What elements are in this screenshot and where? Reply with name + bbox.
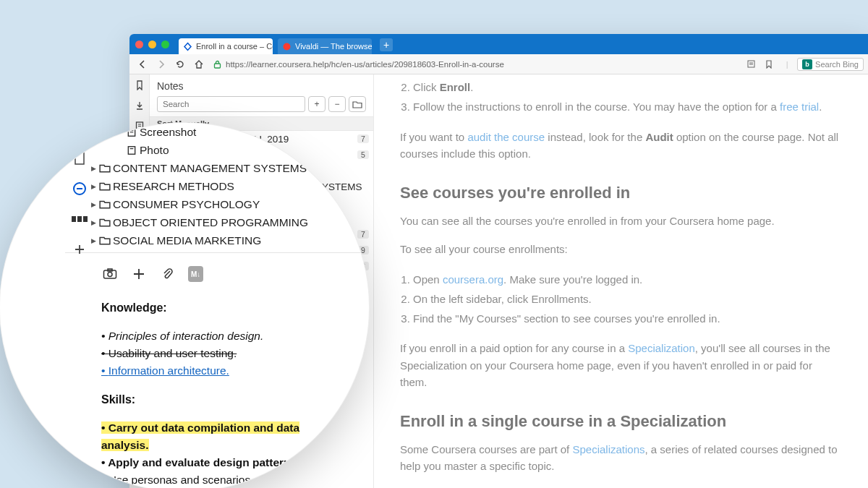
svg-rect-17: [83, 216, 88, 222]
add-note-button[interactable]: +: [308, 96, 326, 112]
notes-search-input[interactable]: [157, 96, 305, 112]
magnifier-overlay: Screenshot Photo ▶ CONTENT MANAGEMENT SY…: [0, 123, 369, 488]
svg-rect-13: [75, 153, 84, 164]
title-bar: Enroll in a course – Course Vivaldi — Th…: [129, 34, 868, 54]
search-placeholder: Search Bing: [815, 60, 859, 69]
article-content: Click Enroll. Follow the instructions to…: [374, 74, 868, 488]
note-line: • Information architecture.: [101, 362, 347, 380]
tab-label: Enroll in a course – Course: [196, 42, 273, 51]
bookmark-addr-icon[interactable]: [761, 57, 777, 72]
svg-point-26: [108, 273, 112, 277]
specializations-link[interactable]: Specializations: [572, 443, 644, 455]
svg-point-0: [284, 43, 291, 50]
lock-icon: [213, 60, 221, 69]
knowledge-heading: Knowledge:: [101, 299, 347, 317]
folder-icon: [99, 218, 111, 228]
svg-rect-1: [215, 64, 221, 68]
audit-link[interactable]: audit the course: [467, 131, 545, 143]
address-bar: https://learner.coursera.help/hc/en-us/a…: [129, 54, 868, 74]
folder-icon: [99, 163, 111, 174]
step-item: On the left sidebar, click Enrollments.: [413, 289, 839, 309]
home-button[interactable]: [190, 56, 208, 72]
new-folder-button[interactable]: [349, 96, 366, 112]
delete-note-button[interactable]: −: [328, 96, 346, 112]
heading-single-course: Enroll in a single course in a Specializ…: [400, 409, 839, 434]
step-item: Open coursera.org. Make sure you're logg…: [413, 270, 839, 289]
bbc-panel-icon[interactable]: [72, 211, 88, 227]
reader-icon[interactable]: [743, 57, 759, 72]
paragraph: If you want to audit the course instead,…: [400, 129, 839, 163]
list-item[interactable]: ▶ SOCIAL MEDIA MARKETING: [65, 231, 369, 249]
add-panel-icon[interactable]: [72, 241, 88, 257]
paragraph: Some Coursera courses are part of Specia…: [400, 441, 839, 475]
heading-see-enrolled: See courses you're enrolled in: [400, 181, 839, 205]
bookmarks-panel-icon[interactable]: [133, 79, 146, 92]
tab-vivaldi[interactable]: Vivaldi — The browser that: [278, 38, 372, 54]
step-item: Click Enroll.: [413, 77, 839, 97]
url-input[interactable]: https://learner.coursera.help/hc/en-us/a…: [209, 60, 741, 69]
folder-icon: [99, 181, 111, 192]
reload-button[interactable]: [171, 56, 189, 72]
back-button[interactable]: [134, 56, 151, 72]
list-item[interactable]: ▶ OBJECT ORIENTED PROGRAMMING: [65, 213, 369, 231]
coursera-link[interactable]: coursera.org: [443, 273, 503, 286]
list-item[interactable]: ▶ CONSUMER PSYCHOLOGY: [65, 195, 369, 213]
forward-button[interactable]: [153, 56, 170, 72]
capture-icon[interactable]: [101, 266, 119, 282]
note-toolbar: M↓: [65, 253, 369, 289]
specialization-link[interactable]: Specialization: [628, 342, 695, 354]
folder-icon: [99, 236, 111, 246]
paragraph: To see all your course enrollments:: [400, 241, 839, 257]
mag-panel-rail: [65, 129, 94, 257]
note-line: • Usability and user testing.: [101, 345, 347, 362]
paragraph: If you enroll in a paid option for any c…: [400, 340, 839, 390]
step-item: Find the "My Courses" section to see cou…: [413, 309, 839, 328]
folder-icon: [99, 200, 111, 210]
coursera-icon: [183, 42, 192, 51]
add-icon[interactable]: [130, 266, 148, 282]
vivaldi-icon: [282, 42, 292, 51]
svg-rect-23: [128, 146, 135, 154]
skills-heading: Skills:: [101, 391, 347, 409]
note-icon: [126, 145, 137, 155]
bing-icon: b: [802, 59, 812, 69]
paragraph: You can see all the courses you're enrol…: [400, 213, 839, 229]
minimize-window[interactable]: [148, 40, 156, 48]
separator: |: [779, 57, 795, 72]
svg-rect-15: [72, 216, 76, 222]
search-engine-box[interactable]: b Search Bing: [797, 58, 864, 71]
markdown-toggle[interactable]: M↓: [188, 266, 203, 282]
new-tab-button[interactable]: +: [380, 38, 393, 51]
page-icon[interactable]: [72, 150, 88, 166]
notes-title: Notes: [150, 74, 373, 96]
tab-label: Vivaldi — The browser that: [295, 42, 372, 51]
url-text: https://learner.coursera.help/hc/en-us/a…: [226, 60, 504, 69]
coursera-panel-icon[interactable]: [72, 181, 88, 197]
maximize-window[interactable]: [161, 40, 169, 48]
attachment-icon[interactable]: [159, 266, 176, 282]
downloads-panel-icon[interactable]: [133, 99, 146, 112]
note-line: • Principles of interaction design.: [101, 328, 347, 345]
close-window[interactable]: [135, 40, 143, 48]
svg-rect-16: [77, 216, 82, 222]
step-item: Follow the instructions to enroll in the…: [413, 97, 839, 116]
traffic-lights: [135, 40, 169, 48]
free-trial-link[interactable]: free trial: [780, 100, 819, 113]
tab-coursera[interactable]: Enroll in a course – Course: [179, 38, 273, 54]
